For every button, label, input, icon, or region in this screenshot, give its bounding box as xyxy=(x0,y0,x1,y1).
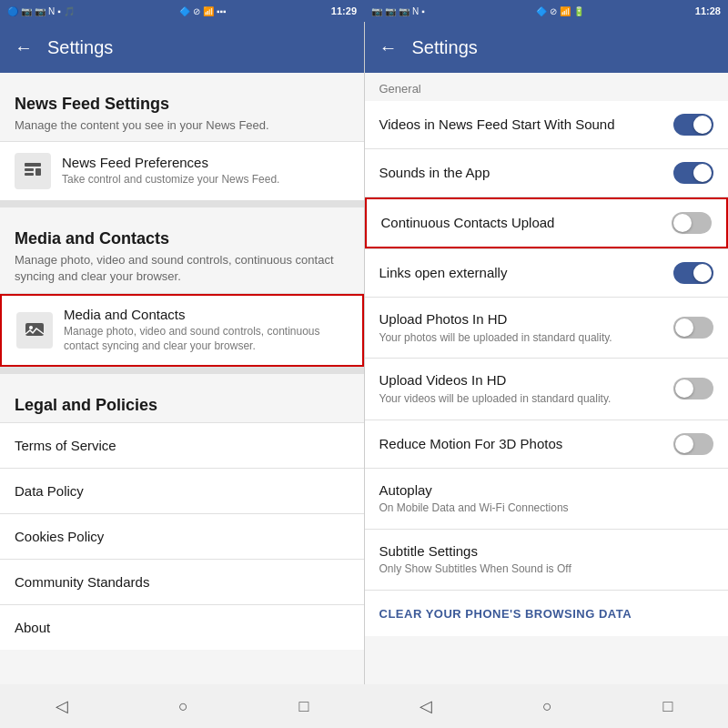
left-nav-home[interactable]: ○ xyxy=(178,697,188,716)
setting-photos-hd-info: Upload Photos In HD Your photos will be … xyxy=(379,310,663,345)
right-nav: ◁ ○ □ xyxy=(364,684,728,728)
setting-autoplay-info: Autoplay On Mobile Data and Wi-Fi Connec… xyxy=(379,481,703,516)
news-feed-header: News Feed Settings Manage the content yo… xyxy=(0,80,364,141)
setting-sounds-app-title: Sounds in the App xyxy=(379,164,663,182)
setting-subtitle-subtitle: Only Show Subtitles When Sound is Off xyxy=(379,561,703,577)
right-toolbar-title: Settings xyxy=(412,37,478,58)
setting-links-external[interactable]: Links open externally xyxy=(365,249,729,297)
left-toolbar-title: Settings xyxy=(47,37,113,58)
toggle-sounds-app[interactable] xyxy=(673,162,713,184)
news-feed-pref-title: News Feed Preferences xyxy=(62,155,349,170)
toggle-reduce-motion-knob xyxy=(675,435,693,453)
setting-subtitle-title: Subtitle Settings xyxy=(379,542,703,561)
setting-videos-hd[interactable]: Upload Videos In HD Your videos will be … xyxy=(365,359,729,419)
right-nav-back[interactable]: ◁ xyxy=(420,696,432,716)
clear-data-section[interactable]: CLEAR YOUR PHONE'S BROWSING DATA xyxy=(365,591,729,636)
media-contacts-header: Media and Contacts Manage photo, video a… xyxy=(0,215,364,292)
toggle-videos-sound-knob xyxy=(693,116,712,134)
news-feed-title: News Feed Settings xyxy=(15,95,349,114)
media-contacts-title: Media and Contacts xyxy=(15,229,349,248)
left-toolbar: ← Settings xyxy=(0,22,364,73)
setting-contacts-upload[interactable]: Continuous Contacts Upload xyxy=(365,197,729,248)
media-contacts-item[interactable]: Media and Contacts Manage photo, video a… xyxy=(0,294,364,368)
clear-data-text[interactable]: CLEAR YOUR PHONE'S BROWSING DATA xyxy=(379,607,632,621)
right-status-icons: 📷📷📷N▪ xyxy=(371,6,425,16)
status-bar: 🔵📷📷N▪🎵 🔷⊘📶▪▪▪ 11:29 📷📷📷N▪ 🔷⊘📶🔋 11:28 xyxy=(0,0,728,22)
legal-section: Legal and Policies Terms of Service Data… xyxy=(0,374,364,650)
left-nav-back[interactable]: ◁ xyxy=(56,696,68,716)
left-connectivity-icons: 🔷⊘📶▪▪▪ xyxy=(179,6,227,16)
media-contacts-desc: Manage photo, video and sound controls, … xyxy=(15,252,349,285)
screens-container: ← Settings News Feed Settings Manage the… xyxy=(0,22,728,684)
setting-sounds-app-info: Sounds in the App xyxy=(379,164,663,182)
setting-photos-hd-title: Upload Photos In HD xyxy=(379,310,663,329)
status-bar-left: 🔵📷📷N▪🎵 🔷⊘📶▪▪▪ 11:29 xyxy=(0,0,364,22)
toggle-links-external[interactable] xyxy=(673,262,713,284)
media-contacts-text: Media and Contacts Manage photo, video a… xyxy=(64,307,348,355)
setting-subtitle[interactable]: Subtitle Settings Only Show Subtitles Wh… xyxy=(365,530,729,590)
setting-autoplay-subtitle: On Mobile Data and Wi-Fi Connections xyxy=(379,500,703,516)
toggle-photos-hd[interactable] xyxy=(673,317,713,339)
left-back-arrow[interactable]: ← xyxy=(15,37,33,58)
thick-divider-2 xyxy=(0,367,364,374)
svg-rect-2 xyxy=(25,173,34,176)
setting-videos-hd-subtitle: Your videos will be uploaded in standard… xyxy=(379,391,663,407)
media-contacts-icon xyxy=(16,312,53,349)
right-time: 11:28 xyxy=(695,5,721,16)
media-contacts-item-title: Media and Contacts xyxy=(64,307,348,322)
setting-videos-sound-info: Videos in News Feed Start With Sound xyxy=(379,116,663,134)
setting-videos-hd-title: Upload Videos In HD xyxy=(379,371,663,389)
media-contacts-svg xyxy=(24,319,46,341)
setting-photos-hd[interactable]: Upload Photos In HD Your photos will be … xyxy=(365,298,729,358)
data-policy-text: Data Policy xyxy=(15,483,349,499)
legal-section-title: Legal and Policies xyxy=(15,396,349,415)
community-standards-item[interactable]: Community Standards xyxy=(0,560,364,604)
toggle-reduce-motion[interactable] xyxy=(673,433,713,455)
news-feed-icon xyxy=(15,153,51,189)
setting-videos-sound-title: Videos in News Feed Start With Sound xyxy=(379,116,663,134)
media-contacts-item-subtitle: Manage photo, video and sound controls, … xyxy=(64,324,348,355)
right-connectivity-icons: 🔷⊘📶🔋 xyxy=(536,6,584,16)
legal-section-header: Legal and Policies xyxy=(0,381,364,422)
news-feed-pref-subtitle: Take control and customize your News Fee… xyxy=(62,172,349,187)
cookies-item[interactable]: Cookies Policy xyxy=(0,514,364,559)
right-nav-recents[interactable]: □ xyxy=(662,697,672,716)
left-nav-recents[interactable]: □ xyxy=(298,697,308,716)
general-label: General xyxy=(365,73,729,101)
status-bar-right: 📷📷📷N▪ 🔷⊘📶🔋 11:28 xyxy=(364,0,728,22)
setting-subtitle-info: Subtitle Settings Only Show Subtitles Wh… xyxy=(379,542,703,577)
left-screen: ← Settings News Feed Settings Manage the… xyxy=(0,22,364,684)
news-feed-preferences-item[interactable]: News Feed Preferences Take control and c… xyxy=(0,142,364,200)
setting-sounds-app[interactable]: Sounds in the App xyxy=(365,149,729,197)
right-nav-home[interactable]: ○ xyxy=(542,697,552,716)
toggle-videos-sound[interactable] xyxy=(673,114,713,136)
svg-rect-4 xyxy=(25,323,44,336)
news-feed-section: News Feed Settings Manage the content yo… xyxy=(0,73,364,200)
right-toolbar: ← Settings xyxy=(365,22,729,73)
terms-item[interactable]: Terms of Service xyxy=(0,423,364,468)
setting-contacts-upload-info: Continuous Contacts Upload xyxy=(381,214,662,232)
left-screen-content: News Feed Settings Manage the content yo… xyxy=(0,73,364,684)
community-standards-text: Community Standards xyxy=(15,574,349,590)
setting-autoplay[interactable]: Autoplay On Mobile Data and Wi-Fi Connec… xyxy=(365,469,729,529)
svg-rect-3 xyxy=(35,168,41,176)
setting-videos-sound[interactable]: Videos in News Feed Start With Sound xyxy=(365,101,729,148)
setting-contacts-upload-title: Continuous Contacts Upload xyxy=(381,214,662,232)
toggle-videos-hd[interactable] xyxy=(673,378,713,399)
toggle-contacts-upload[interactable] xyxy=(672,212,712,234)
toggle-videos-hd-knob xyxy=(675,379,693,398)
left-status-icons: 🔵📷📷N▪🎵 xyxy=(7,6,75,16)
svg-rect-0 xyxy=(25,163,41,167)
data-policy-item[interactable]: Data Policy xyxy=(0,469,364,513)
setting-links-external-title: Links open externally xyxy=(379,264,663,282)
svg-point-5 xyxy=(29,326,33,329)
toggle-links-external-knob xyxy=(693,264,712,282)
about-item[interactable]: About xyxy=(0,605,364,650)
setting-autoplay-title: Autoplay xyxy=(379,481,703,500)
toggle-sounds-app-knob xyxy=(693,164,712,182)
right-back-arrow[interactable]: ← xyxy=(379,37,398,58)
setting-reduce-motion-title: Reduce Motion For 3D Photos xyxy=(379,435,663,453)
setting-photos-hd-subtitle: Your photos will be uploaded in standard… xyxy=(379,330,663,346)
setting-reduce-motion[interactable]: Reduce Motion For 3D Photos xyxy=(365,420,729,468)
setting-links-external-info: Links open externally xyxy=(379,264,663,282)
